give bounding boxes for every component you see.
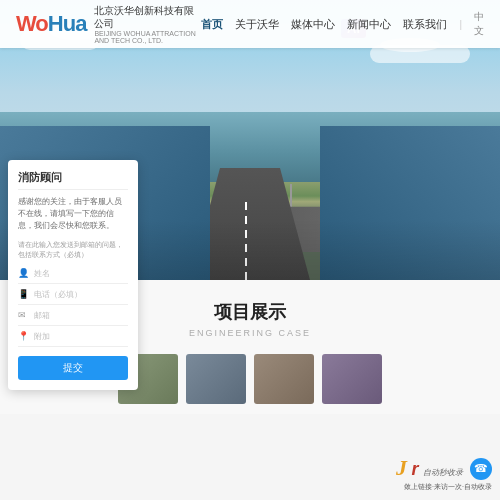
form-email-row: ✉ 邮箱 (18, 310, 128, 326)
email-input-label[interactable]: 邮箱 (34, 310, 128, 321)
contact-popup: 消防顾问 感谢您的关注，由于客服人员不在线，请填写一下您的信息，我们会尽快和您联… (8, 160, 138, 390)
nav-home[interactable]: 首页 (201, 17, 223, 32)
main-nav: 首页 关于沃华 媒体中心 新闻中心 联系我们 | 中文 (201, 10, 484, 38)
logo-area: WoHua 北京沃华创新科技有限公司 BEIJING WOHUA ATTRACT… (16, 4, 201, 44)
contact-popup-note: 请在此输入您发送到邮箱的问题，包括联系方式（必填） (18, 240, 128, 260)
jr-logo-r: r (412, 459, 419, 480)
name-input-label[interactable]: 姓名 (34, 268, 128, 279)
watermark-tagline: 敛上链接·来访一次·自动收录 (396, 482, 492, 492)
nav-media[interactable]: 媒体中心 (291, 17, 335, 32)
logo-en: BEIJING WOHUA ATTRACTION AND TECH CO., L… (94, 30, 201, 44)
jr-logo-container: J r 自动秒收录 (396, 457, 463, 480)
jr-label: 自动秒收录 (423, 468, 463, 477)
logo-wo: WoHua (16, 11, 86, 36)
contact-popup-title: 消防顾问 (18, 170, 128, 190)
person-icon: 👤 (18, 268, 30, 280)
watermark-phone-icon[interactable]: ☎ (470, 458, 492, 480)
address-input-label[interactable]: 附加 (34, 331, 128, 342)
watermark: J r 自动秒收录 ☎ 敛上链接·来访一次·自动收录 (396, 457, 492, 492)
form-phone-row: 📱 电话（必填） (18, 289, 128, 305)
email-icon: ✉ (18, 310, 30, 322)
project-card-3[interactable] (254, 354, 314, 404)
nav-divider: | (459, 19, 462, 30)
watermark-logo: J r 自动秒收录 ☎ (396, 457, 492, 480)
nav-about[interactable]: 关于沃华 (235, 17, 279, 32)
phone-icon: 📱 (18, 289, 30, 301)
project-card-4[interactable] (322, 354, 382, 404)
phone-input-label[interactable]: 电话（必填） (34, 289, 128, 300)
contact-popup-text: 感谢您的关注，由于客服人员不在线，请填写一下您的信息，我们会尽快和您联系。 (18, 196, 128, 232)
logo-cn: 北京沃华创新科技有限公司 (94, 4, 201, 30)
nav-news[interactable]: 新闻中心 (347, 17, 391, 32)
form-name-row: 👤 姓名 (18, 268, 128, 284)
contact-submit-button[interactable]: 提交 (18, 356, 128, 380)
logo-mark: WoHua (16, 11, 86, 37)
location-icon: 📍 (18, 331, 30, 343)
phone-symbol: ☎ (474, 462, 488, 475)
form-address-row: 📍 附加 (18, 331, 128, 347)
logo-text: 北京沃华创新科技有限公司 BEIJING WOHUA ATTRACTION AN… (94, 4, 201, 44)
nav-contact[interactable]: 联系我们 (403, 17, 447, 32)
nav-lang-cn[interactable]: 中文 (474, 10, 484, 38)
project-card-2[interactable] (186, 354, 246, 404)
jr-logo: J (396, 455, 407, 480)
header: WoHua 北京沃华创新科技有限公司 BEIJING WOHUA ATTRACT… (0, 0, 500, 48)
